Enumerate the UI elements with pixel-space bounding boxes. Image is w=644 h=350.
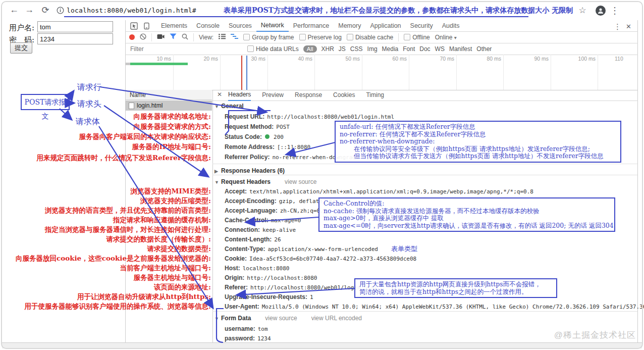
filter-type-ws[interactable]: WS — [435, 45, 445, 53]
general-section-header[interactable]: ▼General — [214, 101, 244, 111]
watermark: @稀土掘金技术社区 — [545, 329, 636, 341]
username-field[interactable] — [37, 21, 113, 32]
devtools-right-border — [637, 20, 638, 342]
tab-preview[interactable]: Preview — [262, 90, 284, 101]
response-headers-section-header[interactable]: ▶Response Headers (6) — [214, 166, 285, 176]
header-row-cache-control: Cache-Control:max-age=0 — [225, 215, 301, 224]
group-by-frame-checkbox[interactable]: Group by frame — [243, 34, 294, 41]
view-label: View: — [199, 34, 213, 41]
screenshot-capture-icon[interactable] — [157, 34, 165, 41]
red-annotation: 用来规定页面跳转时，什么情况下发送Referer字段信息: — [4, 153, 211, 163]
tab-memory[interactable]: Memory — [334, 20, 365, 31]
throttling-select[interactable]: Online ▾ — [435, 34, 457, 41]
search-icon[interactable] — [182, 33, 188, 41]
red-annotation: 向服务器放回cookie，这些cookie是之前服务器发给浏览器的: — [4, 254, 211, 263]
checkbox-icon — [347, 34, 353, 40]
password-field[interactable] — [37, 33, 113, 44]
checkbox-icon — [247, 45, 254, 52]
filter-type-font[interactable]: Font — [403, 45, 415, 53]
filter-funnel-icon[interactable] — [170, 33, 177, 41]
expanded-triangle-icon: ▼ — [214, 177, 221, 187]
tab-headers[interactable]: Headers — [228, 89, 251, 101]
divider — [212, 311, 637, 312]
red-annotation: 请求提交的数据类型: — [4, 244, 211, 254]
tab-application[interactable]: Application — [365, 20, 405, 31]
filter-type-all[interactable]: All — [303, 45, 317, 53]
header-row-connection: Connection:keep-alive — [225, 224, 296, 234]
gridline — [598, 55, 598, 90]
preserve-log-checkbox[interactable]: Preserve log — [299, 34, 342, 41]
tab-audits[interactable]: Audits — [438, 20, 464, 31]
browser-menu-icon[interactable]: ⋮ — [609, 5, 621, 16]
tick-label: 110 — [615, 56, 643, 62]
request-row-login-html[interactable]: login.html — [126, 101, 212, 111]
tab-console[interactable]: Console — [192, 20, 224, 31]
tab-security[interactable]: Security — [406, 20, 438, 31]
record-icon[interactable] — [129, 34, 135, 40]
filter-type-manifest[interactable]: Manifest — [449, 45, 472, 53]
inspect-element-icon[interactable] — [130, 22, 138, 32]
tab-cookies[interactable]: Cookies — [333, 90, 355, 101]
divider — [151, 33, 152, 41]
header-row-user-agent: User-Agent:Mozilla/5.0 (Windows NT 10.0;… — [225, 301, 644, 311]
red-annotation: 向服务器提交请求的方式: — [4, 122, 211, 131]
disable-cache-checkbox[interactable]: Disable cache — [347, 34, 393, 41]
submit-button[interactable]: 提交 — [10, 42, 32, 54]
filter-input[interactable] — [129, 44, 240, 54]
view-source-link[interactable]: view source — [265, 315, 297, 322]
tick-label: 100 ms — [567, 56, 596, 62]
devtools-menu-icon[interactable]: ⋮ — [614, 22, 621, 31]
load-event-marker — [246, 56, 247, 90]
bookmark-star-icon[interactable]: ☆ — [576, 5, 588, 16]
hide-data-urls-checkbox[interactable]: Hide data URLs — [247, 45, 299, 53]
gridline — [409, 55, 409, 90]
close-detail-icon[interactable]: ✕ — [217, 91, 222, 98]
view-list-icon[interactable] — [219, 33, 226, 41]
form-data-section-header[interactable]: ▼Form Dataview sourceview URL encoded — [214, 313, 362, 323]
request-list-splitter[interactable] — [212, 90, 213, 342]
device-toolbar-icon[interactable] — [143, 22, 150, 32]
offline-checkbox[interactable]: Offline — [404, 34, 430, 41]
view-source-link[interactable]: view source — [285, 178, 316, 185]
tab-network[interactable]: Network — [256, 20, 289, 32]
view-url-encoded-link[interactable]: view URL encoded — [311, 315, 362, 322]
forward-button-icon[interactable]: → — [23, 5, 35, 15]
info-icon[interactable] — [57, 7, 64, 16]
red-annotation: 用于让浏览器自动升级请求从http到https: — [4, 292, 211, 302]
filter-type-img[interactable]: Img — [367, 45, 378, 53]
tab-sources[interactable]: Sources — [224, 20, 256, 31]
profile-avatar[interactable] — [596, 6, 606, 16]
header-row-content-type: Content-Type:application/x-www-form-urle… — [225, 243, 417, 253]
divider — [212, 175, 637, 175]
gridline — [267, 55, 268, 90]
tab-performance[interactable]: Performance — [289, 20, 334, 31]
tab-elements[interactable]: Elements — [156, 20, 192, 31]
tab-timing[interactable]: Timing — [366, 90, 384, 101]
reload-button-icon[interactable]: ⟳ — [39, 5, 51, 16]
tick-label: 60 ms — [379, 56, 407, 62]
devtools-close-icon[interactable]: ✕ — [626, 23, 631, 30]
red-annotation: 请求提交的数据长度（传输长度）: — [4, 234, 211, 244]
back-button-icon[interactable]: ← — [8, 5, 20, 15]
post-method-annotation: 表单采用POST方式提交请求时，地址栏不会显示提交的参数，参数都在请求头中，请求… — [224, 6, 573, 15]
tick-label: 10 ms — [143, 56, 171, 62]
filter-type-xhr[interactable]: XHR — [321, 45, 334, 53]
name-column-header[interactable]: Name — [126, 90, 212, 100]
clear-icon[interactable] — [140, 33, 146, 41]
bottom-strip — [2, 342, 642, 348]
filter-type-css[interactable]: CSS — [350, 45, 363, 53]
filter-type-media[interactable]: Media — [382, 45, 399, 53]
address-bar-url[interactable]: localhost:8080/web01/login.html# — [67, 7, 196, 14]
waterfall-bar-gray — [126, 63, 130, 65]
request-headers-section-header[interactable]: ▼Request Headersview source — [214, 177, 316, 187]
view-waterfall-icon[interactable] — [231, 33, 238, 41]
filter-type-js[interactable]: JS — [339, 45, 346, 53]
dropdown-icon: ▾ — [454, 35, 457, 40]
red-annotation: 服务器向客户端返回的本次请求的响应状态: — [4, 132, 211, 141]
tab-response[interactable]: Response — [295, 90, 322, 101]
filter-type-other[interactable]: Other — [476, 45, 492, 53]
red-annotation: 指定请求和响应遵循的缓存机制: — [4, 215, 211, 225]
browser-toolbar: ← → ⟳ localhost:8080/web01/login.html# 表… — [0, 0, 644, 20]
filter-type-doc[interactable]: Doc — [419, 45, 430, 53]
red-annotation: 服务器主机地址与端口号: — [4, 273, 211, 282]
